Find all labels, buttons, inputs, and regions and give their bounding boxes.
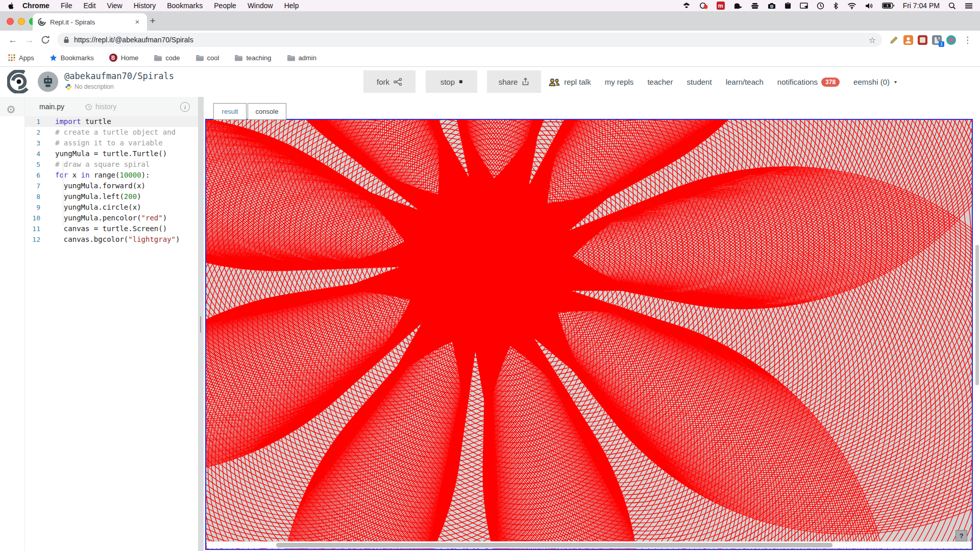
- code-line: 12 canvas.bgcolor("lightgray"): [25, 234, 198, 245]
- red-extension-icon[interactable]: [918, 35, 927, 45]
- line-number: 3: [25, 138, 40, 148]
- menu-item-view[interactable]: View: [102, 0, 128, 11]
- bookmark-folder-admin[interactable]: admin: [287, 54, 316, 62]
- time-machine-icon[interactable]: [817, 2, 824, 10]
- folder-icon: [234, 55, 242, 61]
- menu-item-history[interactable]: History: [128, 0, 162, 11]
- status-icons: m Fri 7:04 PM: [682, 2, 973, 10]
- splitter-handle[interactable]: [200, 316, 201, 333]
- url-text[interactable]: https://repl.it/@abekaufman70/Spirals: [74, 36, 864, 44]
- nav-learn-teach[interactable]: learn/teach: [726, 78, 764, 86]
- fork-button[interactable]: fork: [363, 70, 415, 93]
- fork-icon: [394, 78, 402, 86]
- info-icon[interactable]: i: [180, 102, 190, 112]
- bookmark-apps[interactable]: Apps: [8, 54, 34, 62]
- display-mirroring-icon[interactable]: [800, 3, 808, 9]
- clipboard-icon[interactable]: [785, 2, 791, 9]
- camera-icon[interactable]: [768, 3, 776, 9]
- code-editor[interactable]: main.py history i 1import turtle2# creat…: [25, 97, 198, 551]
- nav-my-repls[interactable]: my repls: [605, 78, 634, 86]
- bookmark-bookmarks[interactable]: Bookmarks: [50, 54, 94, 62]
- code-line: 2# create a turtle object and: [25, 127, 198, 138]
- stop-button-label: stop: [440, 78, 455, 86]
- back-icon[interactable]: ←: [5, 33, 20, 47]
- settings-gear-icon[interactable]: ⚙: [6, 104, 16, 115]
- orange-extension-icon[interactable]: [903, 35, 913, 45]
- macos-menu-bar: Chrome File Edit View History Bookmarks …: [0, 0, 980, 11]
- reload-icon[interactable]: [38, 33, 53, 47]
- close-window-button[interactable]: [7, 18, 14, 25]
- scrollbar-thumb[interactable]: [276, 543, 832, 547]
- share-button[interactable]: share: [487, 70, 541, 93]
- user-avatar[interactable]: [38, 71, 58, 92]
- notification-center-icon[interactable]: [965, 3, 973, 9]
- address-bar[interactable]: https://repl.it/@abekaufman70/Spirals ☆: [57, 33, 882, 47]
- browser-tab[interactable]: Repl.it - Spirals ×: [33, 13, 147, 31]
- menu-item-bookmarks[interactable]: Bookmarks: [161, 0, 208, 11]
- tab-close-icon[interactable]: ×: [133, 17, 142, 27]
- new-tab-button[interactable]: +: [146, 14, 159, 28]
- pen-extension-icon[interactable]: [889, 35, 899, 45]
- tab-console[interactable]: console: [248, 103, 286, 120]
- tab-main-py[interactable]: main.py: [39, 103, 64, 111]
- profile-avatar-icon[interactable]: [946, 35, 956, 45]
- menu-item-edit[interactable]: Edit: [78, 0, 101, 11]
- code-lines[interactable]: 1import turtle2# create a turtle object …: [25, 116, 198, 245]
- bookmark-home[interactable]: B Home: [109, 54, 139, 62]
- folder-icon: [287, 55, 295, 61]
- browser-tab-bar: Repl.it - Spirals × +: [0, 11, 980, 31]
- spotlight-search-icon[interactable]: [948, 2, 956, 10]
- wifi-icon[interactable]: [847, 3, 856, 9]
- dropbox-icon[interactable]: [682, 2, 691, 9]
- line-number: 9: [25, 202, 40, 213]
- bookmark-folder-code[interactable]: code: [154, 54, 180, 62]
- nav-student[interactable]: student: [687, 78, 712, 86]
- forward-icon[interactable]: →: [21, 33, 37, 47]
- nav-repl-talk[interactable]: repl talk: [548, 78, 591, 86]
- menu-bar-clock[interactable]: Fri 7:04 PM: [903, 2, 940, 10]
- bookmark-bookmarks-label: Bookmarks: [61, 54, 94, 62]
- bluetooth-icon[interactable]: [833, 2, 839, 10]
- nav-learn-teach-label: learn/teach: [726, 78, 764, 86]
- nav-repl-talk-label: repl talk: [564, 78, 591, 86]
- account-menu[interactable]: eemshi (0) ▾: [853, 78, 897, 86]
- menu-item-file[interactable]: File: [55, 0, 78, 11]
- apple-menu-icon[interactable]: [7, 2, 15, 10]
- menu-item-window[interactable]: Window: [242, 0, 279, 11]
- pane-splitter[interactable]: [198, 97, 204, 551]
- evernote-icon[interactable]: [733, 3, 742, 9]
- browser-toolbar: ← → https://repl.it/@abekaufman70/Spiral…: [0, 31, 980, 49]
- tab-result[interactable]: result: [213, 103, 247, 120]
- bookmark-star-icon[interactable]: ☆: [869, 35, 876, 45]
- turtle-canvas: [206, 120, 972, 549]
- lock-icon: [63, 36, 69, 43]
- chrome-menu-icon[interactable]: ⋮: [960, 35, 975, 45]
- canvas-horizontal-scrollbar[interactable]: [207, 541, 971, 548]
- repl-title[interactable]: @abekaufman70/Spirals: [64, 71, 174, 81]
- replit-favicon: [38, 18, 46, 26]
- code-line: 9 yungMula.circle(x): [25, 202, 198, 213]
- stop-button[interactable]: stop ■: [426, 70, 477, 93]
- minimize-window-button[interactable]: [18, 18, 25, 25]
- python-icon: [65, 84, 72, 90]
- menu-item-help[interactable]: Help: [279, 0, 305, 11]
- stack-icon[interactable]: [751, 3, 759, 9]
- nav-notifications[interactable]: notifications 378: [777, 78, 840, 87]
- tab-history[interactable]: history: [85, 103, 116, 111]
- menu-item-people[interactable]: People: [208, 0, 242, 11]
- page-vertical-scrollbar[interactable]: [975, 245, 979, 385]
- bookmark-folder-cool[interactable]: cool: [195, 54, 219, 62]
- nav-teacher[interactable]: teacher: [647, 78, 673, 86]
- volume-icon[interactable]: [865, 3, 873, 9]
- line-number: 7: [25, 181, 40, 191]
- bookmark-home-label: Home: [121, 54, 139, 62]
- replit-logo[interactable]: [7, 70, 31, 93]
- menu-item-chrome[interactable]: Chrome: [17, 0, 55, 11]
- screen-record-icon[interactable]: [699, 2, 708, 9]
- battery-charging-icon[interactable]: [882, 3, 894, 9]
- star-icon: [50, 54, 57, 62]
- badged-extension-icon[interactable]: 1: [932, 35, 942, 45]
- bookmark-folder-teaching[interactable]: teaching: [234, 54, 271, 62]
- help-button[interactable]: ?: [955, 530, 967, 541]
- m-app-icon[interactable]: m: [717, 2, 725, 10]
